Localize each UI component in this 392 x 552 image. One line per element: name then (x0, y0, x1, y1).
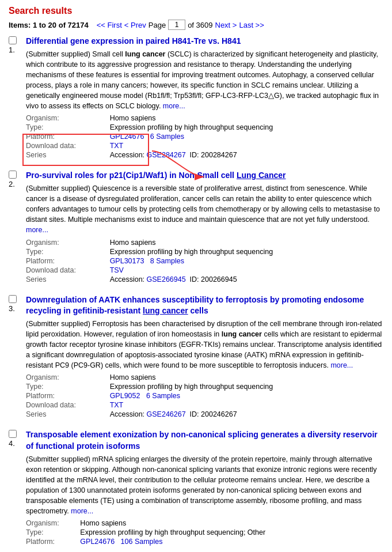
organism-value-1: Homo sapiens (110, 114, 383, 123)
list-item: 2. Pro-survival roles for p21(Cip1/Waf1)… (9, 170, 383, 283)
organism-label-4: Organism: (26, 519, 80, 528)
last-page-link[interactable]: Last >> (239, 21, 264, 29)
download-value-2: TSV (110, 266, 383, 275)
platform-value-2: GPL30173 8 Samples (110, 256, 383, 266)
result-checkbox-2[interactable] (9, 171, 17, 179)
type-label-4: Type: (26, 528, 80, 537)
platform-link-1[interactable]: GPL24676 (110, 133, 144, 141)
type-label-1: Type: (26, 123, 110, 132)
type-value-2: Expression profiling by high throughput … (110, 247, 383, 256)
more-link-1[interactable]: more... (163, 102, 185, 110)
samples-link-1[interactable]: 6 Samples (150, 133, 184, 141)
list-item: 3. Downregulation of AATK enhances susce… (9, 294, 383, 419)
platform-link-3[interactable]: GPL9052 (110, 392, 140, 400)
meta-table-4: Organism: Homo sapiens Type: Expression … (26, 519, 383, 546)
platform-value-1: GPL24676 6 Samples (110, 132, 383, 141)
series-value-3: Accession: GSE246267 ID: 200246267 (110, 410, 383, 419)
result-desc-4: (Submitter supplied) mRNA splicing enlar… (26, 454, 383, 517)
page-number-input[interactable] (168, 20, 185, 30)
platform-value-3: GPL9052 6 Samples (110, 391, 383, 400)
result-desc-1: (Submitter supplied) Small cell lung can… (26, 49, 383, 112)
more-link-2[interactable]: more... (26, 226, 48, 234)
type-value-1: Expression profiling by high throughput … (110, 123, 383, 132)
result-desc-2: (Submitter supplied) Quiescence is a rev… (26, 183, 383, 236)
download-label-3: Download data: (26, 400, 110, 410)
more-link-4[interactable]: more... (71, 507, 93, 515)
samples-link-4[interactable]: 106 Samples (121, 538, 163, 546)
result-checkbox-4[interactable] (9, 430, 17, 438)
series-label-1: Series (26, 150, 110, 160)
accession-link-3[interactable]: GSE246267 (147, 410, 186, 418)
organism-value-4: Homo sapiens (80, 519, 383, 528)
series-label-2: Series (26, 275, 110, 284)
organism-value-2: Homo sapiens (110, 238, 383, 247)
result-body-3: Downregulation of AATK enhances suscepti… (26, 294, 383, 419)
result-body-4: Transposable element exonization by non-… (26, 429, 383, 546)
platform-label-4: Platform: (26, 537, 80, 546)
accession-link-2[interactable]: GSE266945 (147, 275, 186, 283)
items-count: Items: 1 to 20 of 72174 (9, 21, 89, 29)
more-link-3[interactable]: more... (330, 361, 353, 369)
type-value-3: Expression profiling by high throughput … (110, 382, 383, 391)
platform-label-3: Platform: (26, 391, 110, 400)
list-item: 4. Transposable element exonization by n… (9, 429, 383, 546)
next-page-link[interactable]: Next > (215, 21, 237, 29)
series-value-1: Accession: GSE284267 ID: 200284267 (110, 150, 383, 160)
result-title-4[interactable]: Transposable element exonization by non-… (26, 430, 378, 451)
result-body-1: Differential gene expression in paired H… (26, 36, 383, 160)
meta-table-3: Organism: Homo sapiens Type: Expression … (26, 373, 383, 419)
prev-page-link[interactable]: < Prev (124, 21, 146, 29)
download-label-2: Download data: (26, 266, 110, 275)
first-page-link[interactable]: << First (97, 21, 122, 29)
results-wrapper: 1. Differential gene expression in paire… (9, 36, 383, 546)
of-pages: of 3609 (188, 21, 212, 29)
result-number-1: 1. (9, 46, 15, 54)
result-number-4: 4. (9, 439, 15, 448)
result-body-2: Pro-survival roles for p21(Cip1/Waf1) in… (26, 170, 383, 283)
type-label-2: Type: (26, 247, 110, 256)
result-number-3: 3. (9, 304, 15, 313)
list-item: 1. Differential gene expression in paire… (9, 36, 383, 160)
results-list: 1. Differential gene expression in paire… (9, 36, 383, 546)
series-label-3: Series (26, 410, 110, 419)
download-link-3[interactable]: TXT (110, 401, 124, 409)
result-checkbox-1[interactable] (9, 36, 17, 44)
platform-link-4[interactable]: GPL24676 (80, 538, 115, 546)
result-title-1[interactable]: Differential gene expression in paired H… (26, 36, 241, 46)
download-link-2[interactable]: TSV (110, 266, 124, 274)
result-checkbox-3[interactable] (9, 295, 17, 303)
download-value-3: TXT (110, 400, 383, 410)
type-value-4: Expression profiling by high throughput … (80, 528, 383, 537)
platform-link-2[interactable]: GPL30173 (110, 257, 144, 265)
result-number-2: 2. (9, 180, 15, 188)
meta-table-2: Organism: Homo sapiens Type: Expression … (26, 238, 383, 284)
result-title-2[interactable]: Pro-survival roles for p21(Cip1/Waf1) in… (26, 171, 286, 180)
platform-value-4: GPL24676 106 Samples (80, 537, 383, 546)
organism-label-3: Organism: (26, 373, 110, 382)
meta-table-1: Organism: Homo sapiens Type: Expression … (26, 114, 383, 160)
samples-link-2[interactable]: 8 Samples (150, 257, 184, 265)
accession-link-1[interactable]: GSE284267 (147, 151, 186, 159)
download-value-1: TXT (110, 141, 383, 150)
organism-label-1: Organism: (26, 114, 110, 123)
platform-label-2: Platform: (26, 256, 110, 266)
result-title-3[interactable]: Downregulation of AATK enhances suscepti… (26, 295, 364, 316)
result-desc-3: (Submitter supplied) Ferroptosis has bee… (26, 319, 383, 371)
series-value-2: Accession: GSE266945 ID: 200266945 (110, 275, 383, 284)
page-title: Search results (9, 6, 383, 16)
type-label-3: Type: (26, 382, 110, 391)
samples-link-3[interactable]: 6 Samples (146, 392, 180, 400)
organism-value-3: Homo sapiens (110, 373, 383, 382)
organism-label-2: Organism: (26, 238, 110, 247)
platform-label-1: Platform: (26, 132, 110, 141)
pagination-bar: Items: 1 to 20 of 72174 << First < Prev … (9, 20, 383, 30)
download-label-1: Download data: (26, 141, 110, 150)
download-link-1[interactable]: TXT (110, 142, 124, 150)
page-label: Page (149, 21, 166, 29)
